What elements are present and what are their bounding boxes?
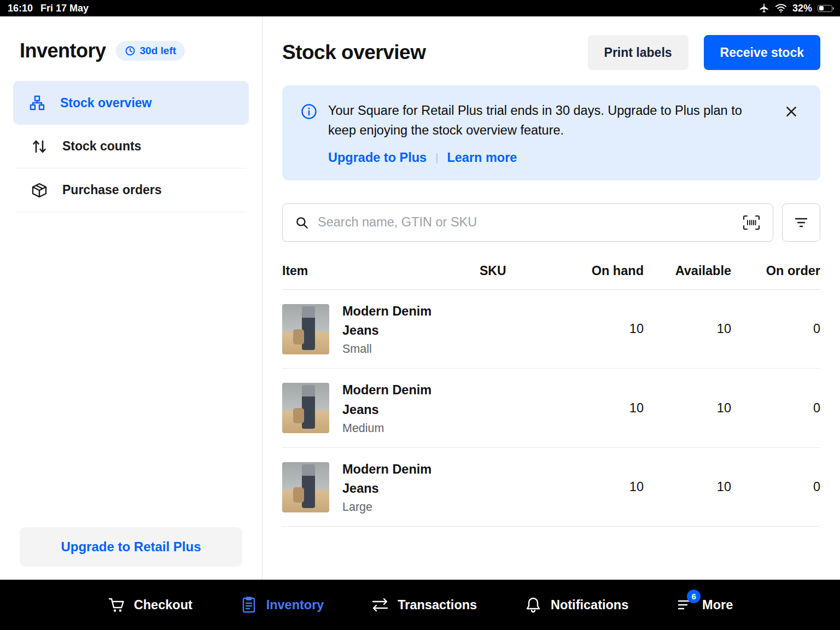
- item-thumbnail: [282, 304, 329, 354]
- link-divider: |: [435, 151, 438, 164]
- nav-item-label: Notifications: [551, 598, 628, 612]
- on-hand-value: 10: [545, 322, 644, 336]
- print-labels-button[interactable]: Print labels: [588, 35, 689, 70]
- learn-more-link[interactable]: Learn more: [447, 150, 517, 165]
- sidebar-item-stock-counts[interactable]: Stock counts: [15, 125, 247, 168]
- nav-item-more[interactable]: 6 More: [675, 596, 733, 614]
- table-row[interactable]: Modern Denim Jeans Large 10 10 0: [282, 448, 820, 527]
- trial-banner-text: Your Square for Retail Plus trial ends i…: [328, 101, 760, 141]
- upgrade-to-plus-link[interactable]: Upgrade to Plus: [328, 150, 427, 165]
- transfer-arrows-icon: [371, 596, 389, 614]
- sidebar-item-purchase-orders[interactable]: Purchase orders: [15, 168, 247, 212]
- info-icon: [301, 103, 317, 120]
- upgrade-retail-plus-button[interactable]: Upgrade to Retail Plus: [20, 527, 242, 567]
- close-icon: [784, 104, 804, 119]
- sidebar-item-label: Purchase orders: [62, 183, 162, 197]
- nav-item-transactions[interactable]: Transactions: [371, 596, 477, 614]
- table-row[interactable]: Modern Denim Jeans Small 10 10 0: [282, 290, 820, 369]
- sitemap-icon: [28, 94, 46, 112]
- nav-item-label: Checkout: [134, 598, 192, 612]
- search-box[interactable]: [282, 203, 773, 242]
- sidebar-item-stock-overview[interactable]: Stock overview: [13, 81, 249, 125]
- cart-icon: [107, 596, 126, 614]
- trial-banner: Your Square for Retail Plus trial ends i…: [282, 85, 820, 180]
- search-icon: [295, 215, 309, 230]
- airplane-mode-icon: [759, 3, 769, 14]
- sidebar-title: Inventory: [20, 39, 106, 62]
- wifi-icon: [775, 3, 787, 13]
- on-order-value: 0: [731, 480, 820, 494]
- available-value: 10: [644, 480, 731, 494]
- filter-button[interactable]: [782, 203, 820, 242]
- on-hand-value: 10: [545, 401, 644, 416]
- column-available: Available: [644, 264, 731, 278]
- trial-days-badge: 30d left: [116, 41, 185, 61]
- nav-item-notifications[interactable]: Notifications: [524, 596, 628, 614]
- item-variation: Large: [342, 500, 444, 514]
- close-banner-button[interactable]: [784, 102, 804, 121]
- clock-icon: [125, 45, 136, 56]
- nav-item-inventory[interactable]: Inventory: [240, 596, 324, 614]
- battery-percent: 32%: [792, 3, 812, 14]
- item-variation: Small: [342, 342, 444, 356]
- sidebar-item-label: Stock counts: [62, 139, 141, 154]
- search-input[interactable]: [318, 215, 733, 230]
- nav-item-label: Transactions: [398, 598, 477, 612]
- table-header: Item SKU On hand Available On order: [282, 264, 820, 290]
- stock-overview-main: Stock overview Print labels Receive stoc…: [262, 16, 840, 580]
- column-item: Item: [282, 264, 480, 278]
- inventory-sidebar: Inventory 30d left Stock overview: [0, 16, 262, 580]
- clock-time: 16:10: [8, 3, 33, 14]
- clipboard-icon: [240, 596, 258, 614]
- page-title: Stock overview: [282, 41, 588, 64]
- column-on-order: On order: [731, 264, 820, 278]
- on-order-value: 0: [731, 322, 820, 336]
- nav-item-label: Inventory: [266, 598, 324, 612]
- column-on-hand: On hand: [545, 264, 644, 278]
- item-name: Modern Denim Jeans: [342, 460, 444, 499]
- app-screen: 16:10 Fri 17 May 32% Inventory: [0, 0, 840, 630]
- status-date: Fri 17 May: [40, 3, 89, 14]
- notification-badge: 6: [687, 590, 701, 603]
- on-order-value: 0: [731, 401, 820, 416]
- menu-lines-icon: 6: [675, 596, 694, 614]
- sidebar-item-label: Stock overview: [60, 96, 151, 110]
- item-variation: Medium: [342, 422, 444, 435]
- stock-table: Item SKU On hand Available On order Mode…: [282, 264, 820, 527]
- available-value: 10: [644, 401, 731, 416]
- item-thumbnail: [282, 462, 329, 512]
- table-row[interactable]: Modern Denim Jeans Medium 10 10 0: [282, 369, 820, 448]
- item-thumbnail: [282, 383, 329, 433]
- receive-stock-button[interactable]: Receive stock: [704, 35, 820, 70]
- trial-days-label: 30d left: [140, 45, 177, 57]
- nav-item-checkout[interactable]: Checkout: [107, 596, 192, 614]
- box-icon: [31, 182, 48, 199]
- barcode-scan-icon[interactable]: [742, 214, 761, 231]
- up-down-arrows-icon: [31, 138, 48, 155]
- bell-icon: [524, 596, 542, 614]
- battery-icon: [818, 5, 832, 12]
- column-sku: SKU: [480, 264, 545, 278]
- on-hand-value: 10: [545, 480, 644, 494]
- item-name: Modern Denim Jeans: [342, 302, 444, 341]
- status-bar: 16:10 Fri 17 May 32%: [0, 0, 840, 16]
- bottom-nav: Checkout Inventory Transactions: [0, 580, 840, 630]
- item-name: Modern Denim Jeans: [342, 381, 444, 419]
- nav-item-label: More: [702, 598, 733, 612]
- filter-icon: [794, 216, 809, 229]
- available-value: 10: [644, 322, 731, 336]
